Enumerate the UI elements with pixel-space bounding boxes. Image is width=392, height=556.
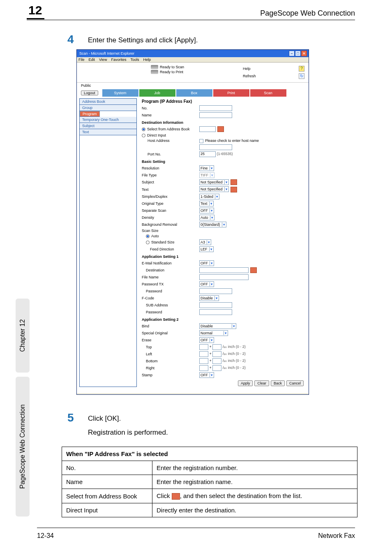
refresh-link[interactable]: Refresh [243, 74, 256, 78]
label-density: Density [142, 215, 199, 220]
back-button[interactable]: Back [271, 380, 285, 386]
tab-job[interactable]: Job [139, 89, 175, 97]
select-bg[interactable]: 0(Standard)▾ [199, 222, 226, 227]
step-5-text: Click [OK]. [88, 415, 121, 423]
select-duplex[interactable]: 1-Sided▾ [199, 194, 219, 199]
input-left-b[interactable] [212, 351, 221, 357]
select-stamp[interactable]: OFF▾ [199, 372, 214, 378]
unit-right: /₁₆ inch (0 - 2) [223, 366, 246, 370]
section-app2: Application Setting 2 [142, 317, 304, 322]
input-left-a[interactable] [199, 351, 208, 357]
footer-page-number: 12-34 [37, 532, 54, 540]
clear-button[interactable]: Clear [254, 380, 269, 386]
step-4-text: Enter the Settings and click [Apply]. [88, 36, 198, 44]
cell-key: Name [62, 475, 152, 489]
input-bottom-a[interactable] [199, 358, 208, 364]
input-bottom-b[interactable] [212, 358, 221, 364]
select-bind[interactable]: Disable▾ [199, 323, 236, 329]
radio-auto[interactable] [146, 234, 150, 238]
select-resolution[interactable]: Fine▾ [199, 165, 214, 171]
menu-view[interactable]: View [99, 58, 107, 62]
select-std-size[interactable]: A3▾ [199, 239, 211, 245]
apply-button[interactable]: Apply [238, 380, 253, 386]
label-erase: Erase [142, 338, 199, 342]
select-fcode[interactable]: Disable▾ [199, 295, 219, 301]
radio-direct-input[interactable] [142, 134, 145, 137]
input-right-a[interactable] [199, 365, 208, 371]
menu-edit[interactable]: Edit [89, 58, 95, 62]
input-port[interactable]: 25 [199, 151, 216, 157]
maximize-button[interactable]: □ [295, 51, 301, 56]
list-icon-text[interactable] [231, 187, 237, 192]
list-icon[interactable] [217, 126, 224, 132]
input-address-book[interactable] [199, 126, 216, 132]
nav-address-book[interactable]: Address Book [80, 99, 136, 105]
select-filetype[interactable]: TIFF▾ [199, 172, 214, 178]
nav-text[interactable]: Text [80, 129, 136, 135]
input-sub-address[interactable] [199, 302, 232, 308]
checkbox-hostname[interactable] [199, 139, 203, 143]
tab-print[interactable]: Print [213, 89, 249, 97]
document-title: PageScope Web Connection [260, 9, 355, 18]
select-special[interactable]: Normal▾ [199, 330, 228, 336]
select-original-type[interactable]: Text▾ [199, 201, 214, 206]
cell-key: Direct Input [62, 503, 152, 517]
input-no[interactable] [199, 105, 232, 111]
cancel-button[interactable]: Cancel [286, 380, 304, 386]
select-separate-scan[interactable]: OFF▾ [199, 208, 214, 213]
help-icon[interactable]: ? [299, 66, 304, 72]
label-name: Name [142, 113, 199, 117]
radio-address-book[interactable] [142, 127, 145, 131]
table-row: Select from Address Book Click , and the… [62, 489, 357, 503]
nav-group[interactable]: Group [80, 105, 136, 111]
menu-tools[interactable]: Tools [130, 58, 139, 62]
select-feed[interactable]: LEF▾ [199, 246, 214, 252]
logout-button[interactable]: Logout [81, 90, 98, 95]
tab-system[interactable]: System [102, 89, 138, 97]
radio-std-size[interactable] [146, 241, 150, 244]
tab-scan[interactable]: Scan [250, 89, 286, 97]
menu-file[interactable]: File [78, 58, 85, 62]
nav-subject[interactable]: Subject [80, 123, 136, 129]
nav-temp-one-touch[interactable]: Temporary One-Touch [80, 117, 136, 123]
label-sub-address: SUB Address [142, 303, 199, 307]
label-address-book: Select from Address Book [147, 127, 190, 131]
form-title: Program (IP Address Fax) [142, 99, 304, 104]
label-separate-scan: Separate Scan [142, 208, 199, 213]
minimize-button[interactable]: – [289, 51, 295, 56]
input-top-b[interactable] [212, 344, 221, 350]
scan-status: Ready to Scan [160, 65, 184, 69]
menu-favorites[interactable]: Favorites [111, 58, 126, 62]
select-pwdtx[interactable]: OFF▾ [199, 281, 214, 287]
refresh-icon[interactable]: ↻ [299, 73, 304, 79]
select-density[interactable]: Auto▾ [199, 215, 214, 220]
input-destination[interactable] [199, 267, 249, 273]
menu-help[interactable]: Help [143, 58, 151, 62]
input-top-a[interactable] [199, 344, 208, 350]
select-erase[interactable]: OFF▾ [199, 337, 214, 343]
tab-box[interactable]: Box [176, 89, 212, 97]
window-titlebar: Scan - Microsoft Internet Explorer – □ × [77, 50, 309, 57]
nav-program[interactable]: Program [80, 111, 100, 117]
unit-left: /₁₆ inch (0 - 2) [223, 352, 246, 356]
cell-key: No. [62, 461, 152, 475]
input-fpassword[interactable] [199, 309, 232, 315]
list-icon-dest[interactable] [250, 267, 257, 273]
input-host[interactable] [199, 144, 232, 150]
select-subject[interactable]: Not Specified▾ [199, 179, 229, 185]
print-status: Ready to Print [160, 70, 183, 74]
list-icon-subject[interactable] [231, 179, 237, 185]
label-pwdtx: Password TX [142, 282, 199, 286]
select-text[interactable]: Not Specified▾ [199, 186, 229, 192]
label-filetype: File Type [142, 173, 199, 177]
input-name[interactable] [199, 112, 232, 118]
select-email-notif[interactable]: OFF▾ [199, 260, 214, 266]
input-right-b[interactable] [212, 365, 221, 371]
help-link[interactable]: Help [243, 67, 251, 71]
close-button[interactable]: × [301, 51, 307, 56]
input-file-name[interactable] [199, 274, 249, 280]
footer-rule [37, 528, 355, 528]
input-password[interactable] [199, 288, 232, 294]
label-stamp: Stamp [142, 373, 199, 377]
label-file-name: File Name [142, 275, 199, 279]
